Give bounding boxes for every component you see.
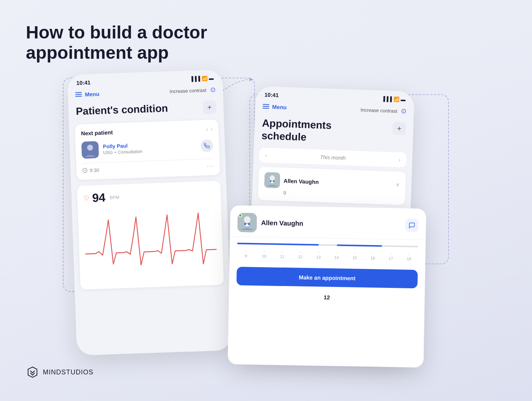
logo-name-bold: MIND — [43, 368, 61, 376]
card-header: Next patient ‹ › — [81, 126, 212, 136]
appointment-time: 9:30 — [90, 167, 99, 173]
heart-icon: ♡ — [83, 194, 89, 203]
status-icons-1: ▐▐▐ 📶 ▬ — [190, 75, 214, 82]
phone-title-1: Patient's condition — [76, 102, 168, 118]
battery-icon-2: ▬ — [400, 96, 406, 102]
signal-icon-1: ▐▐▐ — [190, 76, 200, 82]
nav-right-1: Increase contrast ⊙ — [169, 86, 215, 95]
tick-18: 18 — [400, 253, 418, 261]
time-row: 9:30 — [82, 167, 99, 173]
heart-rate-card: ♡ 94 BPM — [77, 181, 224, 289]
hamburger-icon-2 — [263, 104, 269, 109]
tick-14: 14 — [327, 252, 345, 260]
progress-fill-secondary — [337, 244, 382, 247]
tick-11: 11 — [273, 251, 291, 259]
next-patient-card: Next patient ‹ › Polly Paul USG + Consul… — [75, 119, 220, 180]
signal-icon-2: ▐▐▐ — [382, 96, 392, 102]
card-footer: 9:30 ··· — [82, 163, 214, 174]
tick-12: 12 — [291, 251, 309, 259]
title-line2: appointment app — [26, 43, 169, 62]
tick-16: 16 — [364, 252, 382, 261]
phone-title-2: Appointments schedule — [261, 117, 331, 144]
time-scale: 9 10 11 12 13 14 — [237, 250, 418, 261]
nav-right-2: Increase contrast ⊙ — [361, 106, 407, 115]
make-appointment-label: Make an appointment — [299, 274, 356, 281]
doctor-row: Allen Vaughn ∨ — [264, 172, 400, 193]
phone-header-2: Appointments schedule + — [254, 114, 414, 153]
prev-arrow[interactable]: ‹ — [206, 126, 208, 132]
prev-month-button[interactable]: ‹ — [265, 152, 267, 158]
message-button[interactable] — [405, 219, 419, 232]
month-label: This month — [320, 154, 346, 161]
next-arrow[interactable]: › — [211, 126, 212, 132]
online-indicator — [238, 214, 242, 217]
tick-17: 17 — [382, 253, 400, 261]
menu-button-2[interactable]: Menu — [263, 103, 287, 110]
increase-contrast-2: Increase contrast — [361, 107, 398, 113]
tick-13: 13 — [309, 251, 327, 259]
mindstudios-logo-icon — [26, 366, 39, 379]
contrast-icon-1: ⊙ — [210, 86, 216, 94]
add-button-2[interactable]: + — [392, 122, 406, 135]
wifi-icon-2: 📶 — [393, 96, 399, 102]
more-options-button[interactable]: ··· — [207, 163, 214, 170]
title-appointments: Appointments — [262, 117, 332, 131]
tick-15: 15 — [345, 252, 364, 260]
hamburger-icon-1 — [75, 92, 82, 97]
battery-icon-1: ▬ — [209, 75, 214, 81]
p3-doctor-avatar — [238, 213, 257, 232]
title-line1: How to build a doctor — [26, 23, 207, 42]
wifi-icon-1: 📶 — [201, 75, 208, 81]
card-title: Next patient — [81, 129, 113, 136]
logo-name-light: STUDIOS — [61, 368, 93, 376]
card-divider — [82, 159, 214, 163]
timeline-area: 9 10 11 12 13 14 — [229, 237, 426, 265]
patient-info: Polly Paul USG + Consultation — [81, 137, 213, 159]
hr-header: ♡ 94 BPM — [83, 187, 215, 205]
hr-unit: BPM — [110, 194, 119, 200]
progress-fill-primary — [237, 243, 319, 246]
tick-10: 10 — [255, 251, 273, 259]
next-month-button[interactable]: › — [399, 157, 400, 163]
svg-marker-0 — [249, 78, 253, 81]
contrast-icon-2: ⊙ — [401, 107, 407, 115]
menu-label-1: Menu — [85, 91, 99, 97]
doctor-card: Allen Vaughn ∨ 9 — [258, 167, 406, 205]
add-button-1[interactable]: + — [203, 101, 216, 114]
increase-contrast-1: Increase contrast — [170, 87, 207, 94]
make-appointment-button[interactable]: Make an appointment — [236, 267, 418, 289]
patient-avatar — [81, 141, 99, 159]
phone1-mockup: 10:41 ▐▐▐ 📶 ▬ Menu Increase contrast ⊙ P… — [67, 69, 232, 356]
status-icons-2: ▐▐▐ 📶 ▬ — [382, 96, 406, 102]
doctor-avatar — [264, 172, 280, 188]
status-time-2: 10:41 — [265, 92, 279, 98]
doctor-dropdown-icon[interactable]: ∨ — [396, 181, 400, 187]
phone3-mockup: Allen Vaughn 9 10 11 — [228, 205, 426, 367]
ecg-chart — [84, 205, 218, 283]
p3-doctor-name: Allen Vaughn — [261, 219, 401, 229]
logo-text: MINDSTUDIOS — [43, 368, 93, 376]
menu-label-2: Menu — [272, 103, 287, 110]
hr-value: 94 — [92, 191, 106, 205]
logo-area: MINDSTUDIOS — [26, 366, 93, 379]
tick-9: 9 — [237, 250, 255, 258]
page-title: How to build a doctor appointment app — [26, 22, 207, 63]
title-schedule: schedule — [261, 130, 306, 143]
progress-bar-primary — [237, 243, 418, 248]
nav-arrows: ‹ › — [206, 126, 213, 132]
p3-header: Allen Vaughn — [230, 205, 426, 240]
menu-button-1[interactable]: Menu — [75, 91, 99, 98]
call-button[interactable] — [200, 139, 213, 152]
clock-icon — [82, 168, 88, 173]
bottom-time-display: 12 — [229, 289, 425, 306]
doctor-name: Allen Vaughn — [284, 177, 392, 187]
patient-details: Polly Paul USG + Consultation — [103, 140, 196, 156]
status-time-1: 10:41 — [76, 79, 91, 86]
